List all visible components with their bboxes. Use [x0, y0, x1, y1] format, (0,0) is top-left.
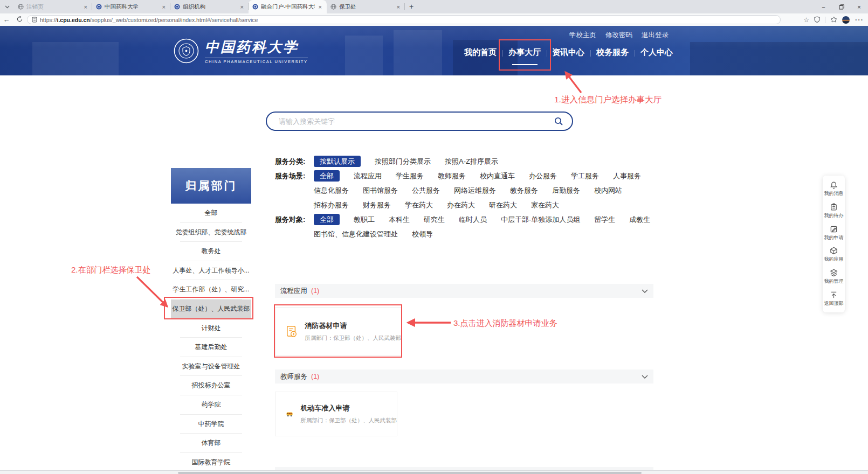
quick-action-apply[interactable]: 我的申请	[823, 225, 845, 241]
window-restore-icon[interactable]	[832, 0, 850, 13]
filter-option[interactable]: 办公服务	[529, 169, 557, 183]
quick-action-top[interactable]: 返回顶部	[823, 291, 845, 307]
tab-close-icon[interactable]: ×	[318, 4, 323, 10]
profile-avatar[interactable]	[842, 16, 850, 24]
department-item[interactable]: 中药学院	[171, 415, 251, 434]
service-card-title: 消防器材申请	[305, 321, 402, 331]
department-item[interactable]: 党委组织部、党委统战部	[171, 223, 251, 242]
browser-tab[interactable]: 组织机构×	[170, 0, 249, 13]
university-logo[interactable]: 中国药科大学 CHINA PHARMACEUTICAL UNIVERSITY	[174, 38, 308, 64]
service-card-vehicle-access[interactable]: 机动车准入申请 所属部门：保卫部（处）、人民武装部	[275, 392, 397, 436]
filter-option[interactable]: 公共服务	[412, 183, 440, 198]
department-item[interactable]: 药学院	[171, 395, 251, 415]
department-item[interactable]: 全部	[171, 204, 251, 223]
browser-tab[interactable]: 注销页×	[14, 0, 92, 13]
department-item[interactable]: 保卫部（处）、人民武装部	[171, 299, 251, 319]
shield-icon[interactable]	[814, 15, 820, 25]
search-icon[interactable]	[554, 117, 563, 126]
browser-menu-icon[interactable]: ⋯	[855, 15, 864, 25]
filter-option[interactable]: 家在药大	[531, 198, 559, 212]
department-item[interactable]: 计财处	[171, 319, 251, 338]
nav-item-5[interactable]: 个人中心	[639, 47, 674, 58]
quick-action-bell[interactable]: 我的消息	[823, 181, 845, 197]
filter-option[interactable]: 教师服务	[438, 169, 466, 183]
service-search-bar[interactable]	[266, 111, 573, 131]
bookmark-star-icon[interactable]: ☆	[803, 16, 809, 24]
service-card-fire-equipment[interactable]: 消防器材申请 所属部门：保卫部（处）、人民武装部	[275, 307, 402, 356]
filter-option[interactable]: 信息化服务	[314, 183, 349, 198]
chevron-down-icon[interactable]	[642, 375, 648, 379]
address-bar[interactable]: https://i.cpu.edu.cn/sopplus/_web/custom…	[27, 15, 781, 24]
filter-option[interactable]: 研究生	[424, 212, 445, 227]
department-item[interactable]: 学生工作部（处）、研究...	[171, 280, 251, 299]
filter-option[interactable]: 图书馆服务	[363, 183, 398, 198]
window-close-icon[interactable]: ×	[850, 0, 868, 13]
filter-option[interactable]: 财务服务	[363, 198, 391, 212]
department-item[interactable]: 招投标办公室	[171, 376, 251, 395]
filter-option[interactable]: 学在药大	[405, 198, 433, 212]
nav-item-1[interactable]: 我的首页	[463, 47, 498, 58]
filter-option[interactable]: 招标办服务	[314, 198, 349, 212]
window-minimize-icon[interactable]: −	[815, 0, 832, 13]
filter-option[interactable]: 办在药大	[447, 198, 475, 212]
horizontal-scrollbar[interactable]	[0, 470, 868, 474]
header-link[interactable]: 学校主页	[569, 31, 596, 40]
nav-item-4[interactable]: 校务服务	[595, 47, 630, 58]
quick-action-apps[interactable]: 我的应用	[823, 247, 845, 263]
department-item[interactable]: 实验室与设备管理处	[171, 357, 251, 377]
url-text[interactable]: https://i.cpu.edu.cn/sopplus/_web/custom…	[40, 17, 258, 23]
quick-action-manage[interactable]: 我的管理	[823, 269, 845, 285]
filter-option[interactable]: 研在药大	[489, 198, 517, 212]
filter-option[interactable]: 网络运维服务	[454, 183, 496, 198]
filter-option[interactable]: 按照部门分类展示	[375, 154, 431, 169]
department-item[interactable]: 人事处、人才工作领导小...	[171, 261, 251, 281]
collections-icon[interactable]	[830, 15, 837, 25]
browser-tab[interactable]: 融合门户-中国药科大学×	[249, 0, 327, 13]
filter-option[interactable]: 全部	[314, 170, 340, 182]
filter-option[interactable]: 中层干部-单独添加人员组	[501, 212, 580, 227]
filter-option[interactable]: 校领导	[412, 227, 433, 241]
quick-action-todo[interactable]: 我的待办	[823, 203, 845, 219]
filter-option[interactable]: 图书馆、信息化建设管理处	[314, 227, 398, 241]
filter-option[interactable]: 临时人员	[459, 212, 487, 227]
scrollbar-thumb[interactable]	[178, 472, 642, 474]
filter-option[interactable]: 本科生	[389, 212, 410, 227]
filter-option[interactable]: 教务服务	[510, 183, 538, 198]
section-header-process[interactable]: 流程应用 (1)	[275, 284, 653, 298]
new-tab-button[interactable]: +	[405, 0, 418, 13]
tab-close-icon[interactable]: ×	[83, 4, 88, 10]
department-item[interactable]: 教务处	[171, 242, 251, 261]
back-icon[interactable]: ←	[0, 16, 13, 24]
browser-tab[interactable]: 中国药科大学×	[92, 0, 170, 13]
filter-option[interactable]: 学工服务	[571, 169, 599, 183]
section-header-teacher[interactable]: 教师服务 (1)	[275, 370, 653, 384]
filter-option[interactable]: 按默认展示	[314, 156, 361, 167]
browser-tab[interactable]: 保卫处×	[327, 0, 405, 13]
header-link[interactable]: 修改密码	[605, 31, 632, 40]
site-info-icon[interactable]	[32, 17, 37, 23]
header-link[interactable]: 退出登录	[642, 31, 669, 40]
filter-option[interactable]: 教职工	[354, 212, 375, 227]
tab-search-icon[interactable]	[0, 0, 14, 13]
filter-option[interactable]: 按照A-Z排序展示	[445, 154, 498, 169]
filter-option[interactable]: 留学生	[594, 212, 615, 227]
department-item[interactable]: 体育部	[171, 434, 251, 453]
tab-close-icon[interactable]: ×	[161, 4, 167, 10]
filter-option[interactable]: 后勤服务	[552, 183, 580, 198]
filter-option[interactable]: 校内直通车	[480, 169, 515, 183]
filter-option[interactable]: 人事服务	[613, 169, 641, 183]
nav-item-2[interactable]: 办事大厅	[507, 47, 542, 58]
chevron-down-icon[interactable]	[642, 289, 648, 293]
filter-option[interactable]: 校内网站	[594, 183, 622, 198]
filter-option[interactable]: 成教生	[629, 212, 650, 227]
department-item[interactable]: 基建后勤处	[171, 338, 251, 357]
tab-close-icon[interactable]: ×	[396, 4, 401, 10]
nav-item-3[interactable]: 资讯中心	[550, 47, 586, 58]
refresh-icon[interactable]	[13, 16, 26, 24]
tab-close-icon[interactable]: ×	[239, 4, 245, 10]
search-input[interactable]	[279, 117, 554, 126]
filter-option[interactable]: 全部	[314, 214, 340, 225]
filter-option[interactable]: 学生服务	[396, 169, 424, 183]
filter-option[interactable]: 流程应用	[354, 169, 382, 183]
department-item[interactable]: 国际教育学院	[171, 453, 251, 470]
